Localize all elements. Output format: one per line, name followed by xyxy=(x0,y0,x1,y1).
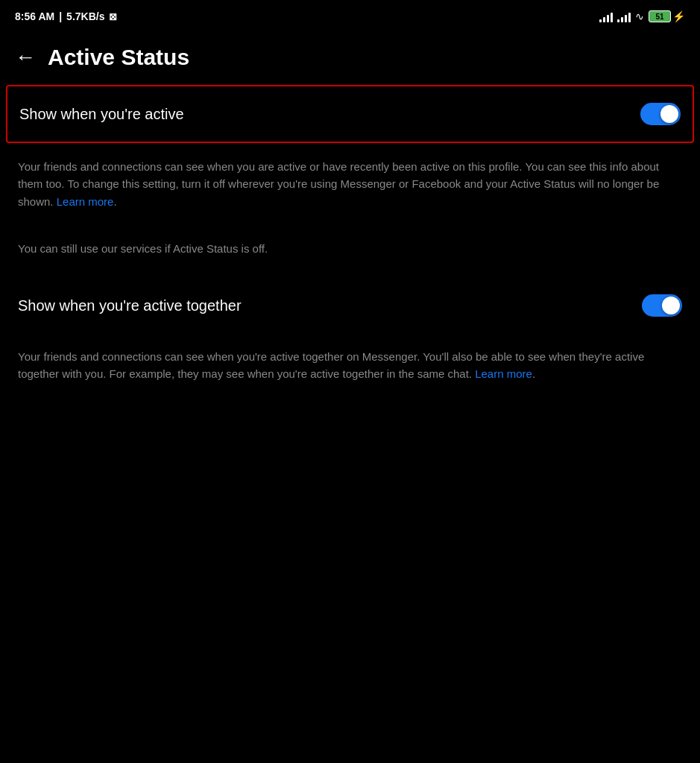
page-title: Active Status xyxy=(48,45,189,70)
learn-more-suffix-2: . xyxy=(532,367,535,380)
separator: | xyxy=(59,10,62,22)
signal-icon-2 xyxy=(617,10,631,22)
battery-level: 51 xyxy=(655,13,663,21)
status-bar: 8:56 AM | 5.7KB/s ⊠ ∿ 51 ⚡ xyxy=(0,0,700,33)
learn-more-link-2[interactable]: Learn more xyxy=(475,367,532,380)
learn-more-link-1[interactable]: Learn more xyxy=(57,195,114,208)
spacer-1 xyxy=(0,225,700,240)
toggle-thumb-active xyxy=(660,105,678,123)
show-active-together-toggle[interactable] xyxy=(642,294,682,317)
together-description-text: Your friends and connections can see whe… xyxy=(18,350,644,380)
learn-more-suffix-1: . xyxy=(113,195,116,208)
toggle-track-active[interactable] xyxy=(640,103,681,125)
time-text: 8:56 AM xyxy=(15,10,54,22)
header: ← Active Status xyxy=(0,33,700,85)
show-active-toggle[interactable] xyxy=(640,103,681,125)
sub-description-text: You can still use our services if Active… xyxy=(18,242,268,255)
back-button[interactable]: ← xyxy=(15,45,36,69)
signal-icon-1 xyxy=(599,10,613,22)
speed-text: 5.7KB/s xyxy=(66,10,104,22)
show-active-together-label: Show when you're active together xyxy=(18,297,242,314)
show-active-together-row[interactable]: Show when you're active together xyxy=(0,278,700,333)
toggle-track-together[interactable] xyxy=(642,294,682,317)
status-bar-right: ∿ 51 ⚡ xyxy=(599,10,685,22)
bolt-icon: ⚡ xyxy=(672,10,685,22)
sub-description: You can still use our services if Active… xyxy=(0,240,700,278)
together-description: Your friends and connections can see whe… xyxy=(0,333,700,398)
active-description: Your friends and connections can see whe… xyxy=(0,143,700,225)
show-active-row[interactable]: Show when you're active xyxy=(6,85,694,143)
network-icon: ⊠ xyxy=(109,11,117,22)
show-active-label: Show when you're active xyxy=(19,106,184,123)
battery-icon: 51 xyxy=(649,10,671,22)
battery-container: 51 ⚡ xyxy=(649,10,685,22)
wifi-icon: ∿ xyxy=(635,10,644,22)
status-bar-left: 8:56 AM | 5.7KB/s ⊠ xyxy=(15,10,117,22)
toggle-thumb-together xyxy=(662,297,680,314)
